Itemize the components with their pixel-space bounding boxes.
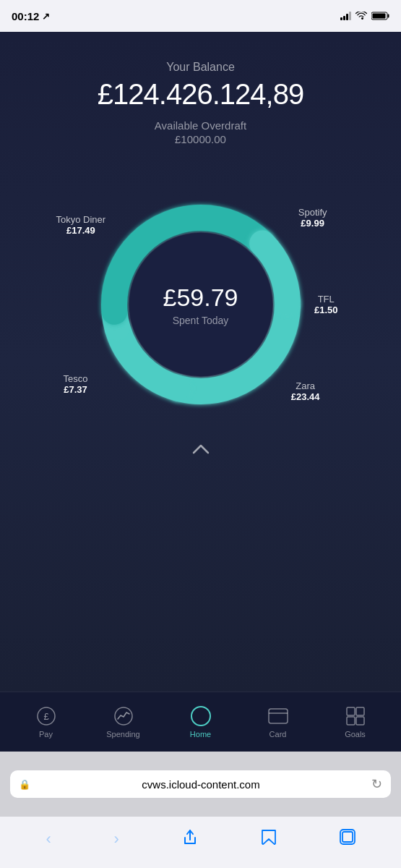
browser-tabs-button[interactable] <box>334 823 361 855</box>
label-spotify: Spotify £9.99 <box>298 207 327 229</box>
time-display: 00:12 <box>12 10 39 22</box>
spending-icon <box>113 706 134 726</box>
balance-section: Your Balance £124.426.124,89 Available O… <box>98 61 303 145</box>
signal-icon <box>340 12 351 20</box>
svg-rect-2 <box>373 14 386 19</box>
svg-rect-1 <box>388 14 389 18</box>
card-icon <box>268 706 288 726</box>
app-container: Your Balance £124.426.124,89 Available O… <box>0 32 401 692</box>
status-bar: 00:12 ↗ <box>0 0 401 32</box>
location-icon: ↗ <box>42 11 50 22</box>
status-time: 00:12 ↗ <box>12 10 50 22</box>
reload-icon[interactable]: ↻ <box>371 776 382 792</box>
overdraft-label: Available Overdraft <box>98 119 303 132</box>
home-icon <box>191 706 211 726</box>
lock-icon: 🔒 <box>19 779 30 790</box>
nav-label-goals: Goals <box>345 730 366 739</box>
chevron-up-button[interactable] <box>192 442 210 459</box>
url-text: cvws.icloud-content.com <box>35 778 367 791</box>
browser-back-button[interactable]: ‹ <box>40 824 56 854</box>
nav-item-pay[interactable]: £ Pay <box>7 706 85 739</box>
battery-icon <box>371 12 389 20</box>
pay-icon: £ <box>36 706 56 726</box>
svg-rect-11 <box>347 707 355 715</box>
nav-item-home[interactable]: Home <box>162 706 239 739</box>
label-zara: Zara £23.44 <box>291 380 320 402</box>
browser-bar: 🔒 cvws.icloud-content.com ↻ <box>0 752 401 817</box>
overdraft-amount: £10000.00 <box>98 133 303 145</box>
label-tesco: Tesco £7.37 <box>64 373 88 395</box>
label-tfl: TFL £1.50 <box>314 294 338 315</box>
nav-label-pay: Pay <box>39 730 53 739</box>
goals-icon <box>345 706 366 726</box>
svg-text:£: £ <box>43 711 49 722</box>
nav-item-spending[interactable]: Spending <box>85 706 162 739</box>
chart-center-amount: £59.79 <box>163 284 238 312</box>
spending-chart: £59.79 Spent Today Tokyo Diner £17.49 Sp… <box>71 174 331 435</box>
svg-rect-9 <box>269 709 288 723</box>
chart-center: £59.79 Spent Today <box>163 284 238 326</box>
browser-share-button[interactable] <box>176 822 204 856</box>
ios-browser-nav: ‹ › <box>0 817 401 868</box>
bottom-nav: £ Pay Spending Home Card <box>0 692 401 752</box>
balance-amount: £124.426.124,89 <box>98 78 303 111</box>
nav-label-card: Card <box>270 730 287 739</box>
svg-rect-14 <box>356 717 364 725</box>
svg-rect-13 <box>347 717 355 725</box>
nav-item-card[interactable]: Card <box>239 706 316 739</box>
browser-forward-button[interactable]: › <box>108 824 125 854</box>
svg-rect-17 <box>342 832 353 842</box>
label-tokyo-diner: Tokyo Diner £17.49 <box>56 214 106 236</box>
wifi-icon <box>355 12 367 20</box>
nav-label-home: Home <box>190 730 211 739</box>
browser-bookmarks-button[interactable] <box>255 823 283 855</box>
balance-label: Your Balance <box>98 61 303 74</box>
url-bar[interactable]: 🔒 cvws.icloud-content.com ↻ <box>10 770 391 798</box>
nav-item-goals[interactable]: Goals <box>316 706 394 739</box>
status-icons <box>340 12 389 20</box>
svg-rect-12 <box>356 707 364 715</box>
chart-center-label: Spent Today <box>163 315 238 326</box>
nav-label-spending: Spending <box>106 730 140 739</box>
